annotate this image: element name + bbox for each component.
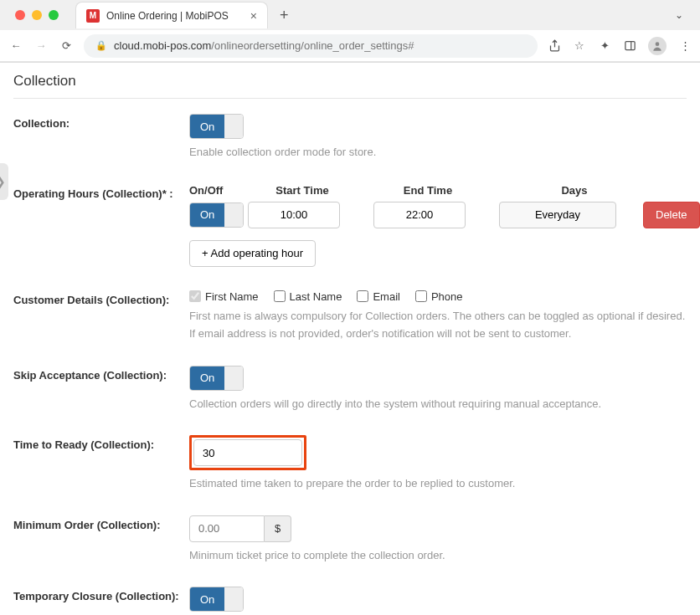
close-window-icon[interactable] [15,10,25,20]
back-button[interactable]: ← [8,39,23,52]
operating-hours-label: Operating Hours (Collection)* : [13,184,189,200]
email-checkbox[interactable]: Email [357,290,400,303]
page-title: Collection [13,69,687,99]
checkbox-input [357,290,368,302]
toggle-state: On [190,366,224,390]
side-drawer-handle[interactable]: ❯ [0,163,8,200]
delete-button[interactable]: Delete [643,202,700,228]
new-tab-button[interactable]: + [280,7,289,24]
header-days: Days [516,184,633,197]
minimum-order-label: Minimum Order (Collection): [13,515,189,531]
end-time-input[interactable] [373,202,466,228]
toggle-state: On [190,115,224,138]
temp-closure-label: Temporary Closure (Collection): [13,587,189,602]
bookmark-icon[interactable]: ☆ [573,39,586,53]
header-start: Start Time [248,184,357,197]
toggle-state: On [190,203,224,227]
toggle-state: On [190,587,224,611]
time-to-ready-label: Time to Ready (Collection): [13,435,189,451]
window-controls [7,10,67,20]
minimum-order-help: Minimum ticket price to complete the col… [189,547,687,564]
collection-help: Enable collection order mode for store. [189,144,687,161]
customer-details-help1: First name is always compulsory for Coll… [189,308,687,325]
svg-rect-1 [625,42,634,50]
header-end: End Time [373,184,482,197]
skip-acceptance-help: Collection orders will go directly into … [189,396,687,413]
days-select[interactable]: Everyday [499,202,616,228]
checkbox-input [415,290,427,302]
skip-acceptance-label: Skip Acceptance (Collection): [13,366,189,382]
time-to-ready-input[interactable] [193,439,302,466]
browser-tab[interactable]: M Online Ordering | MobiPOS × [75,2,268,28]
profile-avatar[interactable] [648,37,667,55]
url-text: cloud.mobi-pos.com/onlineordersetting/on… [114,39,414,52]
operating-hours-header: On/Off Start Time End Time Days [189,184,700,197]
add-operating-hour-button[interactable]: + Add operating hour [189,240,316,267]
favicon-icon: M [86,9,100,23]
minimize-window-icon[interactable] [32,10,42,20]
lock-icon: 🔒 [95,40,107,51]
skip-acceptance-toggle[interactable]: On [189,366,244,391]
operating-hours-row: On Everyday Delete [189,202,700,228]
phone-checkbox[interactable]: Phone [415,290,463,303]
tab-title: Online Ordering | MobiPOS [106,10,229,22]
browser-chrome: M Online Ordering | MobiPOS × + ⌄ ← → ⟳ … [0,0,700,63]
share-icon[interactable] [548,39,561,53]
tabs-menu-icon[interactable]: ⌄ [675,9,683,21]
time-to-ready-highlight [189,435,306,470]
time-to-ready-help: Estimated time taken to prepare the orde… [189,475,687,492]
collection-toggle[interactable]: On [189,114,244,139]
maximize-window-icon[interactable] [49,10,59,20]
minimum-order-input[interactable] [189,515,265,542]
extensions-icon[interactable]: ✦ [598,39,611,53]
page-content: ❯ Collection Collection: On Enable colle… [0,63,700,615]
panel-icon[interactable] [623,39,636,53]
browser-toolbar: ← → ⟳ 🔒 cloud.mobi-pos.com/onlineorderse… [0,30,700,62]
forward-button[interactable]: → [33,39,49,52]
close-tab-icon[interactable]: × [250,9,257,23]
temp-closure-toggle[interactable]: On [189,587,244,612]
customer-details-label: Customer Details (Collection): [13,290,189,306]
checkbox-input [189,290,201,302]
tab-strip: M Online Ordering | MobiPOS × + ⌄ [0,0,700,30]
collection-label: Collection: [13,114,189,130]
reload-button[interactable]: ⟳ [59,39,74,52]
svg-point-3 [656,42,660,46]
currency-symbol: $ [265,515,291,542]
menu-icon[interactable]: ⋮ [678,39,692,53]
start-time-input[interactable] [248,202,340,228]
first-name-checkbox[interactable]: First Name [189,290,259,303]
last-name-checkbox[interactable]: Last Name [274,290,342,303]
customer-details-help2: If email address is not provided, order'… [189,325,687,342]
hours-row-toggle[interactable]: On [189,202,244,228]
address-bar[interactable]: 🔒 cloud.mobi-pos.com/onlineordersetting/… [84,34,538,58]
checkbox-input [274,290,286,302]
header-onoff: On/Off [189,184,239,197]
